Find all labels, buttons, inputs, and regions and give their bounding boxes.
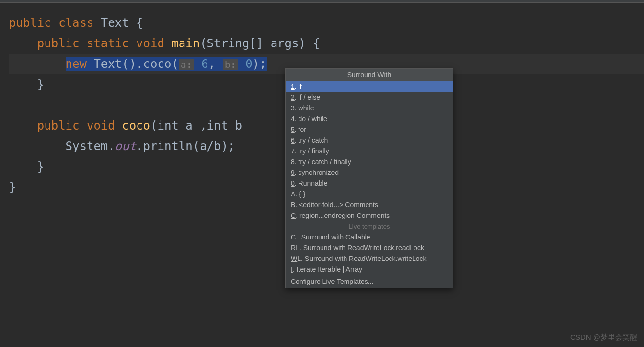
mnemonic: C — [291, 233, 298, 241]
comma: , — [208, 57, 223, 71]
code-line-2[interactable]: public static void main(String[] args) { — [9, 33, 644, 54]
item-label: . Surround with ReadWriteLock.readLock — [299, 244, 424, 252]
item-label: . try / catch / finally — [295, 158, 351, 166]
code-line-1[interactable]: public class Text { — [9, 13, 644, 33]
mnemonic: 4 — [291, 115, 295, 123]
item-label: . synchronized — [295, 169, 339, 176]
mnemonic: 7 — [291, 147, 295, 155]
keyword-public: public class — [9, 16, 101, 30]
popup-item-if-else[interactable]: 2. if / else — [286, 92, 453, 103]
popup-item-braces[interactable]: A. { } — [286, 189, 453, 199]
popup-item-if[interactable]: 1. if — [286, 81, 453, 92]
mnemonic: B — [291, 201, 295, 209]
item-label: . for — [295, 126, 306, 133]
params: (int a ,int b — [150, 119, 242, 132]
item-label: . try / catch — [295, 136, 328, 144]
arg-6: 6 — [194, 57, 208, 71]
system: System. — [66, 139, 115, 153]
surround-with-popup: Surround With 1. if 2. if / else 3. whil… — [285, 68, 453, 288]
item-label: . Surround with ReadWriteLock.writeLock — [301, 255, 427, 262]
mnemonic: C — [291, 212, 296, 219]
item-label: . region...endregion Comments — [296, 212, 390, 219]
item-label: . <editor-fold...> Comments — [295, 201, 378, 209]
modifiers: public static void — [37, 37, 172, 50]
popup-item-readlock[interactable]: RL. Surround with ReadWriteLock.readLock — [286, 242, 453, 253]
item-label: . { } — [295, 190, 305, 198]
item-label: . Runnable — [295, 179, 328, 187]
popup-item-try-finally[interactable]: 7. try / finally — [286, 146, 453, 156]
key-rest: L — [297, 255, 301, 262]
popup-item-writelock[interactable]: WL. Surround with ReadWriteLock.writeLoc… — [286, 253, 453, 264]
mnemonic: 9 — [291, 169, 295, 176]
popup-item-callable[interactable]: C . Surround with Callable — [286, 232, 453, 242]
popup-item-for[interactable]: 5. for — [286, 124, 453, 135]
mnemonic: 6 — [291, 136, 295, 144]
item-label: . Iterate Iterable | Array — [293, 265, 362, 273]
out-field: out — [115, 139, 136, 153]
mnemonic: 2 — [291, 93, 295, 101]
popup-item-try-catch[interactable]: 6. try / catch — [286, 135, 453, 146]
mnemonic: R — [291, 244, 296, 252]
popup-item-editor-fold[interactable]: B. <editor-fold...> Comments — [286, 199, 453, 210]
popup-item-synchronized[interactable]: 9. synchronized — [286, 167, 453, 178]
popup-item-while[interactable]: 3. while — [286, 103, 453, 113]
indent — [9, 57, 66, 71]
mnemonic: 1 — [291, 83, 295, 90]
class-name: Text — [101, 16, 129, 30]
popup-title: Surround With — [286, 69, 453, 81]
println-call: .println(a/b); — [136, 139, 235, 153]
item-label: . try / finally — [295, 147, 329, 155]
popup-item-iterate[interactable]: I. Iterate Iterable | Array — [286, 264, 453, 275]
call: Text().coco( — [93, 57, 178, 71]
modifiers: public void — [37, 119, 122, 132]
mnemonic: 0 — [291, 179, 295, 187]
params: (String[] args) { — [200, 37, 320, 50]
call-end: ); — [253, 57, 267, 71]
item-label: . Surround with Callable — [298, 233, 370, 241]
mnemonic: 5 — [291, 126, 295, 133]
popup-item-try-catch-finally[interactable]: 8. try / catch / finally — [286, 156, 453, 167]
item-label: . while — [295, 104, 314, 112]
popup-item-region[interactable]: C. region...endregion Comments — [286, 210, 453, 221]
popup-items-main: 1. if 2. if / else 3. while 4. do / whil… — [286, 81, 453, 221]
popup-footer-configure[interactable]: Configure Live Templates... — [286, 275, 453, 288]
mnemonic: 3 — [291, 104, 295, 112]
param-hint-a: a: — [179, 59, 194, 70]
popup-item-runnable[interactable]: 0. Runnable — [286, 178, 453, 189]
brace: { — [129, 16, 143, 30]
method-name-main: main — [171, 37, 200, 50]
item-label: . if / else — [295, 93, 320, 101]
mnemonic: 8 — [291, 158, 295, 166]
watermark: CSDN @梦里会笑醒 — [570, 333, 637, 342]
arg-0: 0 — [238, 57, 253, 71]
keyword-new: new — [66, 57, 94, 71]
popup-item-do-while[interactable]: 4. do / while — [286, 113, 453, 124]
mnemonic: W — [291, 255, 297, 262]
key-rest: L — [296, 244, 299, 252]
mnemonic: A — [291, 190, 295, 198]
popup-separator-live-templates: Live templates — [286, 221, 453, 232]
item-label: . do / while — [295, 115, 327, 123]
indent — [9, 139, 66, 153]
popup-items-live: C . Surround with Callable RL. Surround … — [286, 232, 453, 275]
param-hint-b: b: — [223, 59, 238, 70]
method-name-coco: coco — [122, 119, 150, 132]
selected-code[interactable]: new Text().coco(a: 6, b: 0); — [66, 57, 267, 71]
indent — [9, 119, 37, 132]
item-label: . if — [295, 83, 302, 90]
indent — [9, 37, 37, 50]
